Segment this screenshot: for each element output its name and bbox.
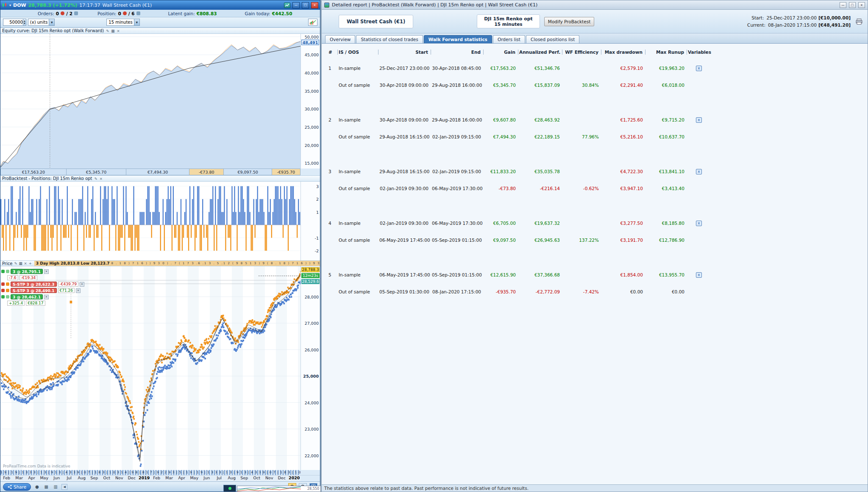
column-header--[interactable]: # — [328, 50, 338, 55]
column-header-annualized-perf-[interactable]: Annualized Perf. — [518, 50, 562, 55]
cancel-order-button[interactable]: × — [80, 282, 84, 287]
minimize-button[interactable]: ─ — [292, 2, 300, 8]
close-position-icon[interactable] — [123, 11, 127, 15]
orders-total: / 2 — [66, 11, 72, 16]
minimize-button[interactable]: ─ — [840, 2, 846, 8]
orders-settings-icon[interactable] — [74, 11, 78, 15]
order-ticket-icon[interactable] — [284, 3, 290, 8]
symbol-dropdown-icon[interactable]: ▾ — [9, 3, 11, 7]
cancel-orders-icon[interactable] — [61, 11, 64, 15]
position-badge[interactable]: S-STP 3 @ 28,490.1 — [11, 288, 57, 293]
window-icon[interactable]: ▦ — [19, 261, 22, 265]
variables-icon[interactable]: x — [696, 66, 702, 71]
open-position-labels: 3 @ 28,795.1×-7.6-€19.34S-STP 3 @ 28,622… — [1, 269, 84, 306]
column-header-max-drawdown[interactable]: Max drawdown — [601, 50, 645, 55]
modify-probacktest-button[interactable]: Modify ProBacktest — [544, 17, 594, 26]
cancel-order-button[interactable]: × — [76, 288, 81, 293]
close-position-button[interactable]: × — [44, 269, 49, 274]
close-icon[interactable]: × — [117, 29, 120, 33]
edit-icon[interactable]: ✎ — [106, 29, 109, 33]
column-header-max-runup[interactable]: Max Runup — [645, 50, 687, 55]
positions-bar-chart[interactable] — [0, 182, 300, 260]
column-header-wf-efficiency[interactable]: WF Efficiency — [562, 50, 601, 55]
report-window-titlebar[interactable]: Detailed report | ProBacktest (Walk Forw… — [322, 0, 868, 10]
quantity-spinner-icon[interactable]: ▲▼ — [23, 19, 26, 26]
position-badge[interactable]: 3 @ 28,462.1 — [11, 294, 43, 299]
wf-row-out-of-sample[interactable]: Out of sample29-Aug-2018 16:15:0002-Jan-… — [328, 128, 868, 145]
wf-row-in-sample[interactable]: 4In-sample02-Jan-2019 09:30:0006-May-201… — [328, 215, 868, 232]
alerts-icon[interactable]: ● — [33, 484, 40, 490]
chart-window-titlebar[interactable]: ▾ DOW 28,788.3 (+1.72%) 17:17:37 Wall St… — [0, 0, 320, 10]
tab-walk-forward-statistics[interactable]: Walk Forward statistics — [424, 35, 492, 43]
close-button[interactable]: × — [858, 2, 865, 8]
tab-closed-positions-list[interactable]: Closed positions list — [526, 35, 579, 43]
grid-icon[interactable]: ▥ — [52, 484, 59, 490]
wf-row-in-sample[interactable]: 1In-sample25-Dec-2017 23:00:0030-Apr-201… — [328, 60, 868, 77]
variables-cell: x — [687, 117, 712, 123]
quantity-input[interactable] — [3, 19, 23, 26]
wf-row-out-of-sample[interactable]: Out of sample02-Jan-2019 09:30:0006-May-… — [328, 180, 868, 197]
chevron-down-icon[interactable]: ▼ — [134, 19, 139, 25]
quantity-stepper[interactable]: ▲▼ — [3, 19, 26, 26]
price-chart[interactable]: 3 @ 28,795.1×-7.6-€19.34S-STP 3 @ 28,622… — [0, 266, 300, 470]
month-label: May — [38, 475, 51, 481]
order-tool-icon[interactable] — [6, 282, 9, 286]
chevron-down-icon[interactable]: ▼ — [49, 19, 54, 25]
month-label: May — [188, 475, 201, 481]
timeframe-select[interactable]: 15 minutes ▼ — [106, 19, 139, 26]
close-icon[interactable]: × — [24, 261, 27, 265]
add-indicator-icon[interactable]: + — [29, 261, 32, 265]
close-position-button[interactable]: × — [44, 295, 49, 299]
open-position-label: 3 @ 28,462.1× — [1, 294, 84, 299]
instrument-symbol[interactable]: DOW — [13, 3, 26, 8]
order-tool-icon[interactable] — [6, 270, 9, 273]
share-button[interactable]: Share — [3, 483, 31, 491]
position-badge[interactable]: 3 @ 28,795.1 — [11, 269, 43, 274]
close-button[interactable]: × — [311, 2, 318, 8]
wf-row-out-of-sample[interactable]: Out of sample06-May-2019 17:45:0005-Sep-… — [328, 232, 868, 249]
max-runup-value: €3,413.40 — [645, 186, 687, 191]
sample-label: Out of sample — [338, 83, 378, 88]
maximize-button[interactable]: □ — [849, 2, 856, 8]
window-icon[interactable]: ▦ — [111, 29, 114, 33]
tab-orders-list[interactable]: Orders list — [493, 35, 525, 43]
position-badge[interactable]: S-STP 3 @ 28,622.3 — [11, 282, 57, 287]
column-header-is-oos[interactable]: IS / OOS — [338, 50, 378, 55]
wf-row-in-sample[interactable]: 2In-sample30-Apr-2018 09:00:0029-Aug-201… — [328, 111, 868, 128]
variables-icon[interactable]: x — [696, 117, 702, 123]
maximize-button[interactable]: □ — [302, 2, 309, 8]
wf-row-out-of-sample[interactable]: Out of sample05-Sep-2019 01:30:0008-Jan-… — [328, 283, 868, 300]
scroll-left-button[interactable]: ◀ — [61, 484, 67, 490]
order-tool-icon[interactable] — [6, 289, 9, 292]
column-header-gain[interactable]: Gain — [484, 50, 518, 55]
order-tool-icon[interactable] — [6, 295, 9, 299]
variables-icon[interactable]: x — [696, 169, 702, 174]
column-header-end[interactable]: End — [431, 50, 484, 55]
edit-icon[interactable]: ✎ — [95, 177, 97, 181]
walk-forward-group: 4In-sample02-Jan-2019 09:30:0006-May-201… — [328, 215, 868, 249]
equity-curve-chart[interactable] — [0, 34, 300, 169]
calendar-icon[interactable]: ▦ — [43, 484, 50, 490]
wf-row-in-sample[interactable]: 3In-sample29-Aug-2018 16:15:0002-Jan-201… — [328, 163, 868, 180]
equity-panel-header: Equity curve: DJI 15m Renko opt (Walk Fo… — [0, 28, 320, 34]
order-pnl-value: €71.26 — [58, 288, 75, 293]
segment-gain-value: €5,345.70 — [67, 169, 127, 175]
month-label: Oct — [250, 475, 263, 481]
chart-style-icon[interactable] — [308, 19, 317, 26]
units-select[interactable]: (x) units ▼ — [28, 19, 55, 26]
segment-gain-value: -€935.70 — [272, 169, 300, 175]
column-header-variables[interactable]: Variables — [687, 50, 712, 55]
tab-overview[interactable]: Overview — [325, 35, 355, 43]
start-datetime: 30-Apr-2018 09:00:00 — [378, 117, 431, 122]
print-icon[interactable] — [855, 17, 863, 26]
column-header-start[interactable]: Start — [378, 50, 431, 55]
variables-icon[interactable]: x — [696, 272, 702, 278]
orders-position-bar: Orders: 0 / 2 Position: 0 / 6 Latent gai… — [0, 10, 320, 17]
wf-row-in-sample[interactable]: 5In-sample06-May-2019 17:45:0005-Sep-201… — [328, 266, 868, 283]
variables-icon[interactable]: x — [696, 221, 702, 226]
wf-row-out-of-sample[interactable]: Out of sample30-Apr-2018 09:00:0029-Aug-… — [328, 77, 868, 94]
close-icon[interactable]: × — [100, 177, 103, 181]
edit-icon[interactable]: ✎ — [14, 261, 17, 265]
position-settings-icon[interactable] — [136, 11, 140, 15]
tab-statistics-of-closed-trades[interactable]: Statistics of closed trades — [356, 35, 423, 43]
